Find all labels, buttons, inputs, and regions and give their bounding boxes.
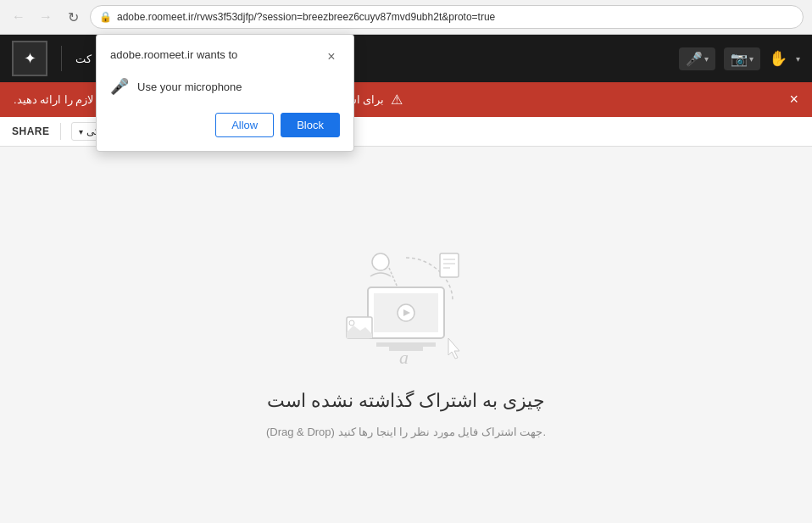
svg-text:a: a xyxy=(399,347,409,368)
browser-chrome: ← → ↻ 🔒 adobe.roomeet.ir/rvws3f53djfp/?s… xyxy=(0,0,812,35)
popup-buttons: Allow Block xyxy=(110,113,340,137)
browser-toolbar: ← → ↻ 🔒 adobe.roomeet.ir/rvws3f53djfp/?s… xyxy=(0,0,812,34)
microphone-icon: 🎤 xyxy=(110,77,129,96)
app-logo: ✦ xyxy=(12,41,47,76)
main-content: a چیزی به اشتراک گذاشته نشده است .جهت اش… xyxy=(0,147,812,523)
svg-rect-7 xyxy=(440,253,459,277)
empty-illustration: a xyxy=(321,232,491,376)
svg-line-14 xyxy=(389,268,398,287)
lock-icon: 🔒 xyxy=(99,11,112,23)
popup-mic-row: 🎤 Use your microphone xyxy=(110,77,340,96)
mic-control-group[interactable]: 🎤 ▾ xyxy=(679,47,715,70)
toolbar-separator xyxy=(61,46,62,71)
popup-header: adobe.roomeet.ir wants to × xyxy=(110,48,340,65)
svg-point-6 xyxy=(372,253,389,270)
popup-close-button[interactable]: × xyxy=(323,48,340,65)
popup-title: adobe.roomeet.ir wants to xyxy=(110,48,237,61)
hand-ctrl-arrow: ▾ xyxy=(796,54,800,64)
url-text: adobe.roomeet.ir/rvws3f53djfp/?session=b… xyxy=(117,11,495,23)
toolbar-brand-text: کت xyxy=(75,53,92,65)
camera-ctrl-arrow: ▾ xyxy=(749,54,754,64)
back-button[interactable]: ← xyxy=(8,7,29,27)
block-button[interactable]: Block xyxy=(281,113,340,137)
mic-ctrl-arrow: ▾ xyxy=(704,54,709,64)
share-label: SHARE xyxy=(12,125,50,137)
forward-button[interactable]: → xyxy=(36,7,56,27)
logo-icon: ✦ xyxy=(24,49,36,68)
mic-ctrl-icon: 🎤 xyxy=(686,51,703,67)
mic-permission-text: Use your microphone xyxy=(137,81,242,93)
address-bar[interactable]: 🔒 adobe.roomeet.ir/rvws3f53djfp/?session… xyxy=(90,5,804,29)
alert-warning-icon: ⚠ xyxy=(391,92,403,108)
camera-ctrl-icon: 📷 xyxy=(731,51,748,67)
camera-control-group[interactable]: 📷 ▾ xyxy=(724,47,760,70)
allow-button[interactable]: Allow xyxy=(215,113,274,137)
share-separator xyxy=(60,123,61,140)
empty-state-title: چیزی به اشتراک گذاشته نشده است xyxy=(267,390,546,412)
whiteboard-dropdown-arrow: ▾ xyxy=(79,127,83,136)
permission-popup: adobe.roomeet.ir wants to × 🎤 Use your m… xyxy=(96,34,354,152)
alert-close-button[interactable]: × xyxy=(789,91,798,108)
reload-button[interactable]: ↻ xyxy=(63,7,83,27)
toolbar-controls: 🎤 ▾ 📷 ▾ ✋ ▾ xyxy=(679,47,800,70)
hand-icon: ✋ xyxy=(769,49,787,68)
empty-state-subtitle: .جهت اشتراک فایل مورد نظر را اینجا رها ک… xyxy=(266,426,546,438)
